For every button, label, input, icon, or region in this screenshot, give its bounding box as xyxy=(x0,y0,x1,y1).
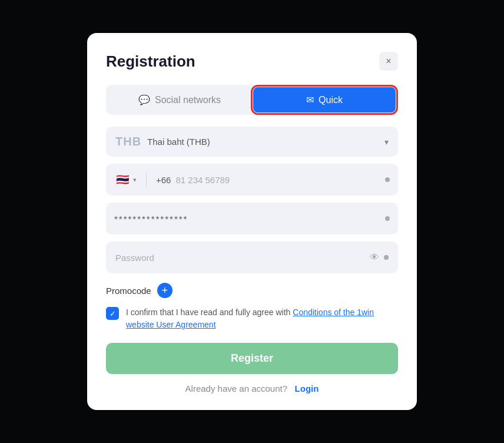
password-indicator-dot xyxy=(384,255,389,260)
tab-switcher: 💬 Social networks ✉ Quick xyxy=(106,85,398,115)
code-group: **************** xyxy=(106,203,398,234)
modal-title: Registration xyxy=(106,52,195,71)
add-promocode-button[interactable]: + xyxy=(157,283,173,298)
password-field[interactable]: Password 👁 xyxy=(106,242,398,273)
currency-left: THB Thai baht (THB) xyxy=(115,135,210,148)
chevron-down-icon: ▾ xyxy=(384,137,389,147)
currency-select[interactable]: THB Thai baht (THB) ▾ xyxy=(106,127,398,157)
phone-field: 🇹🇭 ▾ +66 81 234 56789 xyxy=(106,164,398,196)
tab-social-networks[interactable]: 💬 Social networks xyxy=(108,87,251,113)
tab-social-label: Social networks xyxy=(155,95,221,105)
phone-group: 🇹🇭 ▾ +66 81 234 56789 xyxy=(106,164,398,196)
agreement-row: ✓ I confirm that I have read and fully a… xyxy=(106,306,398,331)
currency-group: THB Thai baht (THB) ▾ xyxy=(106,127,398,157)
register-button[interactable]: Register xyxy=(106,343,398,374)
code-indicator-dot xyxy=(385,216,390,221)
eye-icon: 👁 xyxy=(370,252,379,263)
tab-quick-label: Quick xyxy=(319,95,343,105)
login-row: Already have an account? Login xyxy=(106,384,398,394)
code-value: **************** xyxy=(114,214,385,224)
agreement-checkbox[interactable]: ✓ xyxy=(106,307,119,320)
phone-input-placeholder: 81 234 56789 xyxy=(175,175,380,185)
phone-country-code: +66 xyxy=(156,175,171,185)
login-prefix: Already have an account? xyxy=(185,384,287,394)
tab-quick[interactable]: ✉ Quick xyxy=(253,87,396,113)
flag-chevron-icon: ▾ xyxy=(133,176,137,184)
modal-header: Registration × xyxy=(106,52,398,71)
field-indicator-dot xyxy=(385,177,390,182)
close-button[interactable]: × xyxy=(379,52,398,71)
agreement-text: I confirm that I have read and fully agr… xyxy=(126,306,398,331)
registration-modal: Registration × 💬 Social networks ✉ Quick… xyxy=(87,33,417,410)
promocode-row: Promocode + xyxy=(106,283,398,298)
country-flag-button[interactable]: 🇹🇭 ▾ xyxy=(114,171,137,188)
code-field[interactable]: **************** xyxy=(106,203,398,234)
divider xyxy=(146,173,147,187)
currency-name: Thai baht (THB) xyxy=(147,137,210,147)
email-icon: ✉ xyxy=(306,94,314,105)
currency-code: THB xyxy=(115,135,141,148)
login-link[interactable]: Login xyxy=(295,384,319,394)
flag-icon: 🇹🇭 xyxy=(114,171,131,188)
promocode-label: Promocode xyxy=(106,286,151,296)
social-icon: 💬 xyxy=(138,94,150,105)
password-placeholder: Password xyxy=(115,253,370,263)
password-group: Password 👁 xyxy=(106,242,398,273)
